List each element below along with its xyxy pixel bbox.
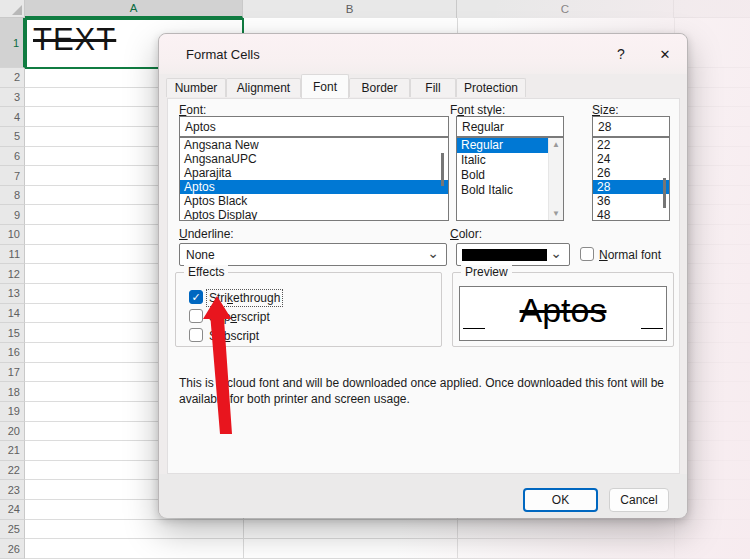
tab-fill[interactable]: Fill (410, 78, 456, 97)
row-header-24[interactable]: 24 (0, 500, 25, 520)
ok-button[interactable]: OK (523, 488, 598, 512)
select-all-triangle-icon (12, 5, 22, 15)
normal-font-checkbox[interactable] (580, 247, 594, 261)
color-label: Color: (450, 227, 482, 241)
list-item-angsanaupc[interactable]: AngsanaUPC (180, 152, 448, 166)
row-header-26[interactable]: 26 (0, 539, 25, 559)
list-item-angsana-new[interactable]: Angsana New (180, 138, 448, 152)
font-name-input[interactable]: Aptos (179, 116, 449, 137)
row-header-21[interactable]: 21 (0, 441, 25, 461)
cloud-font-note: This is a cloud font and will be downloa… (179, 376, 682, 407)
list-item-aptos[interactable]: Aptos (180, 180, 448, 194)
format-cells-dialog: Format Cells ? ✕ NumberAlignmentFontBord… (158, 33, 688, 518)
row-header-2[interactable]: 2 (0, 68, 25, 88)
subscript-label: Subscript (209, 329, 259, 343)
font-style-list[interactable]: RegularItalicBoldBold Italic ▲ ▼ (456, 137, 564, 221)
font-label: Font: (179, 103, 206, 117)
list-item-26[interactable]: 26 (593, 166, 669, 180)
close-icon[interactable]: ✕ (651, 41, 679, 67)
row-header-10[interactable]: 10 (0, 225, 25, 245)
row-header-25[interactable]: 25 (0, 520, 25, 540)
tab-font[interactable]: Font (301, 74, 349, 98)
tab-protection[interactable]: Protection (456, 78, 526, 97)
row-header-15[interactable]: 15 (0, 323, 25, 343)
select-all-corner[interactable] (0, 0, 25, 18)
row-header-22[interactable]: 22 (0, 461, 25, 481)
font-style-label: Font style: (450, 103, 505, 117)
font-list-scrollbar[interactable] (441, 153, 444, 186)
size-list[interactable]: 222426283648 (592, 137, 670, 221)
column-header-a[interactable]: A (25, 0, 243, 18)
strikethrough-label: Strikethrough (207, 290, 282, 306)
row-header-7[interactable]: 7 (0, 166, 25, 186)
chevron-down-icon: ⌄ (427, 245, 439, 261)
scroll-down-icon[interactable]: ▼ (549, 209, 563, 218)
row-header-9[interactable]: 9 (0, 205, 25, 225)
font-tab-page: Font: Aptos Angsana NewAngsanaUPCAparaji… (167, 98, 680, 474)
subscript-checkbox[interactable] (189, 328, 203, 342)
size-input[interactable]: 28 (592, 116, 670, 137)
row-header-8[interactable]: 8 (0, 186, 25, 206)
row-header-3[interactable]: 3 (0, 88, 25, 108)
row-header-12[interactable]: 12 (0, 264, 25, 284)
grid-row-26[interactable] (25, 539, 750, 559)
underline-value: None (186, 248, 215, 262)
list-item-28[interactable]: 28 (593, 180, 669, 194)
tab-number[interactable]: Number (166, 78, 226, 97)
dialog-footer: OK Cancel (159, 474, 687, 518)
row-header-18[interactable]: 18 (0, 382, 25, 402)
row-header-13[interactable]: 13 (0, 284, 25, 304)
tab-border[interactable]: Border (349, 78, 410, 97)
list-item-48[interactable]: 48 (593, 208, 669, 221)
column-header-c[interactable]: C (457, 0, 674, 18)
effects-group-title: Effects (184, 265, 228, 279)
list-item-aptos-display[interactable]: Aptos Display (180, 208, 448, 221)
row-header-20[interactable]: 20 (0, 422, 25, 442)
effects-group: Effects ✓StrikethroughSuperscriptSubscri… (175, 272, 442, 347)
dialog-title: Format Cells (159, 47, 260, 62)
row-header-23[interactable]: 23 (0, 480, 25, 500)
font-style-scrollbar[interactable]: ▲ ▼ (548, 138, 563, 220)
excel-window: ABC 123456789101112131415161718192021222… (0, 0, 750, 559)
size-list-scrollbar[interactable] (663, 178, 666, 208)
row-header-19[interactable]: 19 (0, 402, 25, 422)
list-item-aparajita[interactable]: Aparajita (180, 166, 448, 180)
grid-row-25[interactable] (25, 520, 750, 540)
underline-dropdown[interactable]: None ⌄ (179, 243, 447, 266)
baseline-tick (463, 328, 485, 329)
color-dropdown[interactable]: ⌄ (456, 243, 570, 266)
preview-box: Aptos (459, 286, 667, 341)
color-swatch (462, 249, 547, 261)
cancel-button[interactable]: Cancel (609, 488, 669, 512)
tab-alignment[interactable]: Alignment (226, 78, 301, 97)
list-item-36[interactable]: 36 (593, 194, 669, 208)
row-header-6[interactable]: 6 (0, 147, 25, 167)
superscript-checkbox[interactable] (189, 309, 203, 323)
preview-group-title: Preview (461, 265, 512, 279)
list-item-aptos-black[interactable]: Aptos Black (180, 194, 448, 208)
row-header-17[interactable]: 17 (0, 363, 25, 383)
superscript-label: Superscript (209, 310, 270, 324)
row-header-14[interactable]: 14 (0, 304, 25, 324)
row-header-11[interactable]: 11 (0, 245, 25, 265)
column-header-b[interactable]: B (243, 0, 457, 18)
baseline-tick (641, 328, 663, 329)
tab-strip: NumberAlignmentFontBorderFillProtection (159, 74, 687, 98)
preview-group: Preview Aptos (452, 272, 674, 347)
size-label: Size: (592, 103, 619, 117)
row-header-1[interactable]: 1 (0, 18, 25, 68)
row-header-5[interactable]: 5 (0, 127, 25, 147)
list-item-24[interactable]: 24 (593, 152, 669, 166)
preview-text: Aptos (460, 291, 666, 330)
scroll-up-icon[interactable]: ▲ (549, 140, 563, 149)
chevron-down-icon: ⌄ (550, 245, 562, 261)
row-header-16[interactable]: 16 (0, 343, 25, 363)
font-list[interactable]: Angsana NewAngsanaUPCAparajitaAptosAptos… (179, 137, 449, 221)
row-header-4[interactable]: 4 (0, 107, 25, 127)
list-item-22[interactable]: 22 (593, 138, 669, 152)
strikethrough-checkbox[interactable]: ✓ (189, 290, 203, 304)
help-icon[interactable]: ? (607, 41, 635, 67)
underline-label: Underline: (179, 227, 234, 241)
font-style-input[interactable]: Regular (456, 116, 564, 137)
normal-font-label: Normal font (599, 248, 661, 262)
